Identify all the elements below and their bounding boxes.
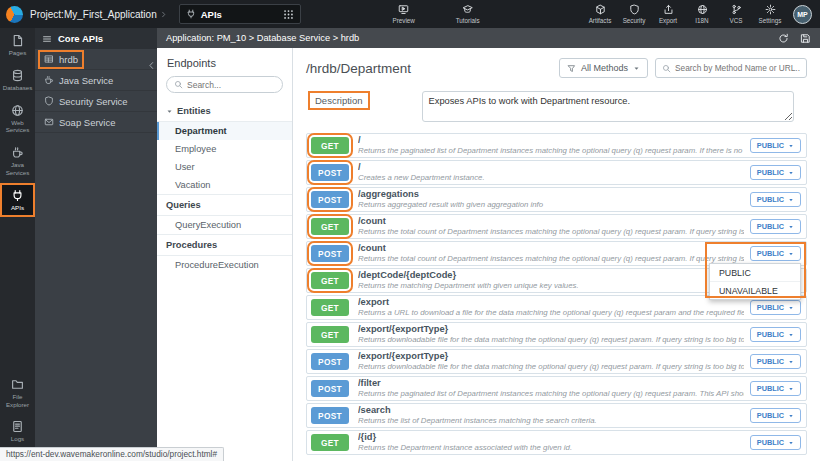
endpoint-path: /deptCode/{deptCode} <box>358 270 744 281</box>
endpoint-row[interactable]: POST /aggregations Returns aggregated re… <box>306 187 807 212</box>
service-item-hrdb[interactable]: hrdb <box>35 49 157 70</box>
topbar-artifacts[interactable]: Artifacts <box>583 4 617 24</box>
avatar[interactable]: MP <box>793 5 812 24</box>
topbar-security[interactable]: Security <box>617 4 651 24</box>
refresh-button[interactable] <box>778 33 789 44</box>
caret-down-icon <box>788 359 794 365</box>
gear-icon <box>765 4 776 15</box>
workspace: Application: PM_10 > Database Service > … <box>157 28 820 461</box>
endpoint-path: /aggregations <box>358 189 744 200</box>
endpoint-path: /export/{exportType} <box>358 351 744 362</box>
endpoint-row[interactable]: POST /filter Returns the paginated list … <box>306 376 807 401</box>
methods-filter-dropdown[interactable]: All Methods <box>559 58 648 78</box>
endpoint-item-vacation[interactable]: Vacation <box>157 176 292 194</box>
endpoint-item-procedureexecution[interactable]: ProcedureExecution <box>157 256 292 274</box>
access-dropdown-button[interactable]: PUBLIC <box>750 408 801 423</box>
caret-down-icon <box>788 440 794 446</box>
endpoints-title: Endpoints <box>157 48 292 76</box>
endpoints-search-input[interactable] <box>187 80 275 90</box>
menu-icon[interactable] <box>42 34 52 44</box>
topbar-export[interactable]: Export <box>651 4 685 24</box>
sidebar-item-web-services[interactable]: Web Services <box>0 98 35 141</box>
chevron-right-icon <box>160 10 167 19</box>
endpoint-row[interactable]: POST /count Returns the total count of D… <box>306 241 807 266</box>
caret-down-icon <box>788 305 794 311</box>
endpoint-description: Creates a new Department instance. <box>358 173 744 182</box>
sidebar-item-logs[interactable]: Logs <box>0 414 35 449</box>
access-dropdown-button[interactable]: PUBLIC <box>750 300 801 315</box>
section-header-entities[interactable]: Entities <box>157 101 292 122</box>
access-dropdown-button[interactable]: PUBLIC <box>750 381 801 396</box>
method-badge: GET <box>311 137 349 154</box>
sidebar-item-file-explorer[interactable]: File Explorer <box>0 372 35 415</box>
section-header-procedures[interactable]: Procedures <box>157 234 292 256</box>
endpoint-description: Returns downloadable file for the data m… <box>358 335 744 344</box>
description-label: Description <box>308 91 370 110</box>
methods-filter-label: All Methods <box>581 63 628 73</box>
envelope-icon <box>44 117 54 127</box>
method-badge: POST <box>311 353 349 370</box>
endpoint-description: Returns the total count of Department in… <box>358 227 744 236</box>
endpoint-description: Returns the total count of Department in… <box>358 254 744 263</box>
endpoint-row[interactable]: GET / Returns the paginated list of Depa… <box>306 133 807 158</box>
method-badge: POST <box>311 191 349 208</box>
service-item-soap-service[interactable]: Soap Service <box>35 112 157 133</box>
endpoint-row[interactable]: POST /search Returns the list of Departm… <box>306 403 807 428</box>
endpoint-item-queryexecution[interactable]: QueryExecution <box>157 216 292 234</box>
method-search-input[interactable] <box>675 63 800 73</box>
endpoints-search[interactable] <box>166 76 283 93</box>
access-dropdown-button[interactable]: PUBLIC <box>750 138 801 153</box>
endpoint-row[interactable]: POST / Creates a new Department instance… <box>306 160 807 185</box>
endpoint-row[interactable]: GET /{id} Returns the Department instanc… <box>306 430 807 455</box>
search-icon <box>174 80 183 89</box>
endpoint-path: / <box>358 162 744 173</box>
access-dropdown-button[interactable]: PUBLIC <box>750 246 801 261</box>
endpoint-row[interactable]: POST /export/{exportType} Returns downlo… <box>306 349 807 374</box>
globe-icon <box>11 104 24 117</box>
method-badge: GET <box>311 218 349 235</box>
menu-item-unavailable[interactable]: UNAVAILABLE <box>710 281 800 299</box>
endpoint-item-department[interactable]: Department <box>157 122 292 140</box>
tutorials-button[interactable]: Tutorials <box>451 4 485 24</box>
access-dropdown-button[interactable]: PUBLIC <box>750 354 801 369</box>
globe-icon <box>697 4 708 15</box>
topbar-settings[interactable]: Settings <box>753 4 787 24</box>
topbar-vcs[interactable]: VCS <box>719 4 753 24</box>
sidebar-item-databases[interactable]: Databases <box>0 63 35 98</box>
endpoint-path: /count <box>358 243 744 254</box>
save-button[interactable] <box>800 33 811 44</box>
sidebar-item-java-services[interactable]: Java Services <box>0 140 35 183</box>
access-dropdown-button[interactable]: PUBLIC <box>750 165 801 180</box>
caret-down-icon <box>788 224 794 230</box>
service-item-java-service[interactable]: Java Service <box>35 70 157 91</box>
apis-tab-label: APIs <box>201 9 222 20</box>
caret-down-icon <box>166 108 173 115</box>
project-switcher[interactable]: Project:My_First_Application <box>30 9 167 20</box>
section-header-queries[interactable]: Queries <box>157 194 292 216</box>
method-search[interactable] <box>655 58 807 78</box>
endpoint-description: Returns the paginated list of Department… <box>358 146 744 155</box>
app-window: Project:My_First_Application APIs Previe… <box>0 0 820 461</box>
endpoint-row[interactable]: GET /count Returns the total count of De… <box>306 214 807 239</box>
sidebar-item-apis[interactable]: APIs <box>0 183 35 218</box>
caret-down-icon <box>788 143 794 149</box>
endpoint-path: /search <box>358 405 744 416</box>
access-dropdown-button[interactable]: PUBLIC <box>750 327 801 342</box>
endpoint-description: Returns a URL to download a file for the… <box>358 308 744 317</box>
preview-button[interactable]: Preview <box>387 4 421 24</box>
apps-grid-icon[interactable] <box>283 9 294 20</box>
endpoint-row[interactable]: GET /export/{exportType} Returns downloa… <box>306 322 807 347</box>
menu-item-public[interactable]: PUBLIC <box>710 264 800 281</box>
description-textarea[interactable]: Exposes APIs to work with Department res… <box>422 91 794 122</box>
collapse-panel-button[interactable] <box>147 60 156 71</box>
sidebar-item-pages[interactable]: Pages <box>0 28 35 63</box>
access-dropdown-button[interactable]: PUBLIC <box>750 435 801 450</box>
endpoint-item-employee[interactable]: Employee <box>157 140 292 158</box>
access-dropdown-button[interactable]: PUBLIC <box>750 219 801 234</box>
topbar-i18n[interactable]: I18N <box>685 4 719 24</box>
service-item-security-service[interactable]: Security Service <box>35 91 157 112</box>
access-dropdown-button[interactable]: PUBLIC <box>750 192 801 207</box>
endpoint-item-user[interactable]: User <box>157 158 292 176</box>
apis-tab[interactable]: APIs <box>179 4 301 24</box>
service-item-box: Soap Service <box>40 115 120 130</box>
